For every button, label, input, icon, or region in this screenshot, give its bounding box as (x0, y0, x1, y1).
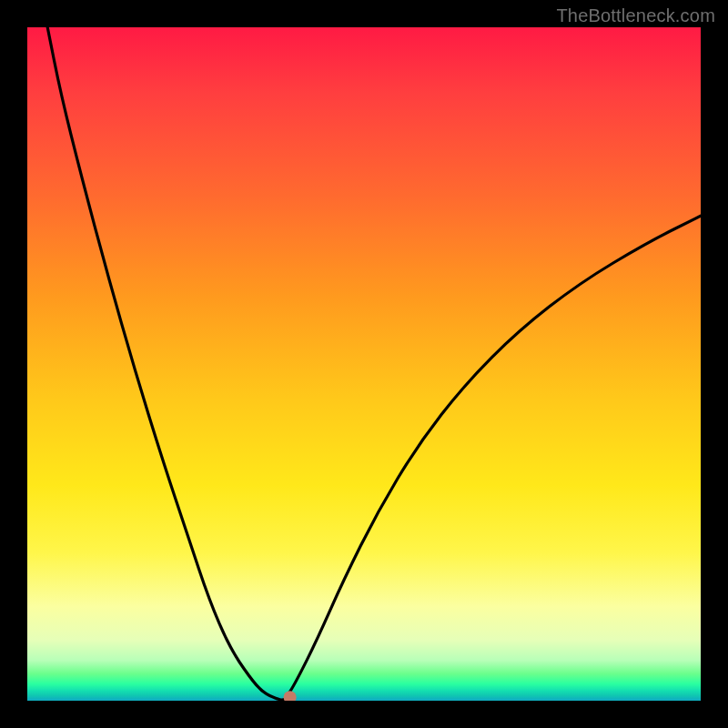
bottleneck-curve (47, 27, 701, 700)
marker-dot (284, 691, 297, 701)
chart-frame: TheBottleneck.com (0, 0, 728, 728)
chart-svg (27, 27, 701, 701)
watermark-text: TheBottleneck.com (556, 5, 715, 26)
curve-group (47, 27, 701, 701)
plot-area (27, 27, 701, 701)
